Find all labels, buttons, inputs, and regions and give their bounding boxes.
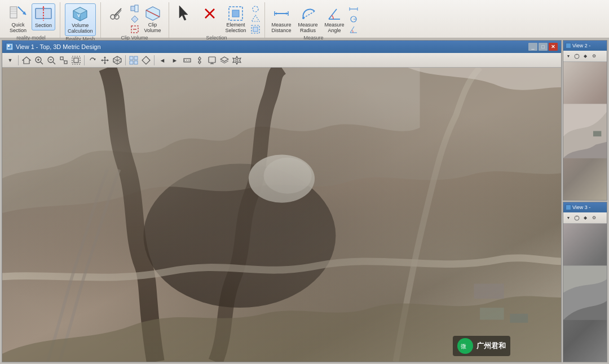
viewport-main-title: View 1 - Top, 3D Metric Design (16, 43, 526, 50)
3d-cube-button[interactable] (112, 55, 123, 66)
section-button[interactable]: Section (32, 3, 55, 30)
svg-marker-52 (23, 57, 30, 64)
viewport-small-1-content[interactable] (563, 62, 607, 200)
svg-line-54 (41, 62, 43, 64)
toolbar-group-reality-model: QuickSection Section reality-model (2, 2, 60, 38)
element-selection-button[interactable]: ElementSelection (223, 3, 249, 35)
grid-button[interactable] (128, 55, 139, 66)
sel-icon-3[interactable] (251, 25, 260, 34)
toolbar-separator-3 (125, 55, 126, 65)
v2-btn3[interactable]: ⚙ (590, 52, 598, 60)
viewport-main-icon (6, 43, 14, 51)
toolbar: QuickSection Section reality-model (0, 0, 609, 38)
cursor-icon (176, 5, 194, 23)
main-area: View 1 - Top, 3D Metric Design _ □ ✕ ▼ (0, 38, 609, 364)
volume-calculation-button[interactable]: V VolumeCalculation (65, 3, 96, 36)
toolbar-group-selection: ElementSelection (169, 2, 265, 38)
toolbar-separator-4 (154, 55, 155, 65)
svg-text:V: V (77, 13, 81, 18)
close-button[interactable]: ✕ (549, 43, 558, 51)
svg-marker-70 (101, 59, 103, 61)
volume-calculation-label: VolumeCalculation (68, 23, 93, 34)
v2-btn1[interactable] (573, 52, 581, 60)
v3-btn3[interactable]: ⚙ (590, 214, 598, 222)
viewport-small-1-toolbar: ▼ ◆ ⚙ (563, 51, 607, 62)
clip-icon-3[interactable] (130, 25, 139, 34)
svg-rect-61 (64, 61, 67, 64)
rotate-button[interactable] (87, 55, 98, 66)
viewport-main-controls: _ □ ✕ (528, 43, 558, 51)
clip-scissors-button[interactable] (105, 3, 128, 24)
v2-dropdown[interactable]: ▼ (564, 52, 572, 60)
minimize-button[interactable]: _ (528, 43, 537, 51)
sel-icon-2[interactable] (251, 15, 260, 24)
cursor-button[interactable] (174, 3, 196, 24)
deselect-button[interactable] (198, 3, 221, 24)
clip-planes-button[interactable] (182, 55, 193, 66)
svg-marker-92 (233, 56, 241, 64)
svg-rect-77 (134, 56, 138, 60)
v3-btn1[interactable] (573, 214, 581, 222)
watermark: 微 广州君和 (453, 336, 510, 356)
viewport-small-2-icon (566, 205, 571, 210)
svg-rect-79 (134, 61, 138, 64)
measure-radius-button[interactable]: MeasureRadius (296, 3, 320, 35)
svg-marker-91 (220, 57, 228, 61)
back-button[interactable]: ◄ (157, 55, 168, 66)
v3-btn2[interactable]: ◆ (581, 214, 589, 222)
view-dropdown-button[interactable]: ▼ (5, 55, 16, 66)
viewport-small-2-content[interactable] (563, 224, 607, 362)
measure-icon-2[interactable] (349, 15, 358, 24)
svg-point-93 (236, 59, 238, 61)
v3-dropdown[interactable]: ▼ (564, 214, 572, 222)
svg-rect-103 (2, 68, 561, 362)
measure-distance-icon (272, 5, 290, 23)
forward-button[interactable]: ► (169, 55, 180, 66)
svg-rect-109 (593, 131, 601, 137)
svg-marker-68 (104, 56, 106, 58)
svg-line-42 (329, 9, 337, 19)
toolbar-separator-2 (84, 55, 85, 65)
svg-text:微: 微 (461, 343, 466, 349)
svg-marker-80 (142, 56, 150, 64)
svg-line-58 (53, 62, 55, 64)
pan-button[interactable] (99, 55, 111, 66)
quick-section-button[interactable]: QuickSection (7, 3, 29, 35)
viewport-main-titlebar: View 1 - Top, 3D Metric Design _ □ ✕ (2, 41, 561, 53)
svg-line-39 (303, 11, 315, 18)
viewport-content[interactable]: 微 广州君和 (2, 68, 561, 362)
quick-section-label: QuickSection (10, 23, 27, 34)
zoom-fit2-button[interactable] (70, 55, 82, 66)
toolbar-group-items: QuickSection Section (7, 3, 55, 35)
svg-rect-33 (253, 27, 258, 32)
zoom-out-button[interactable] (46, 55, 57, 66)
toolbar-group-items-mesh: V VolumeCalculation (65, 3, 96, 36)
view-options-button[interactable] (194, 55, 205, 66)
measure-angle-button[interactable]: MeasureAngle (323, 3, 347, 35)
measure-angle-icon (325, 5, 343, 23)
clip-icon-1[interactable] (130, 5, 139, 14)
clip-volume-icon (144, 5, 162, 23)
measure-distance-label: MeasureDistance (272, 23, 292, 34)
settings-button[interactable] (231, 55, 242, 66)
zoom-in-button[interactable] (33, 55, 45, 66)
maximize-button[interactable]: □ (539, 43, 548, 51)
element-selection-label: ElementSelection (226, 23, 246, 34)
viewport-small-2-title: View 3 - (572, 205, 590, 210)
measure-icon-3[interactable] (349, 25, 358, 34)
section-view-button[interactable] (140, 55, 152, 66)
clip-volume-button[interactable]: ClipVolume (142, 3, 164, 35)
svg-marker-31 (251, 15, 259, 21)
measure-icon-1[interactable] (349, 5, 358, 14)
clip-icon-2[interactable] (130, 15, 139, 24)
svg-point-84 (198, 61, 201, 63)
sel-icon-1[interactable] (251, 5, 260, 14)
zoom-fit-button[interactable] (58, 55, 69, 66)
display-button[interactable] (206, 55, 218, 66)
measure-distance-button[interactable]: MeasureDistance (270, 3, 294, 35)
layers-button[interactable] (219, 55, 230, 66)
v2-btn2[interactable]: ◆ (581, 52, 589, 60)
section-icon (34, 5, 52, 23)
volume-calculation-icon: V (71, 5, 89, 23)
view-home-button[interactable] (21, 55, 32, 66)
